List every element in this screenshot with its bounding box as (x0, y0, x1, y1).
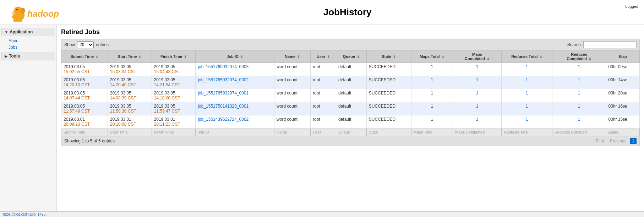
reduces-total-link[interactable]: 1 (526, 77, 528, 82)
pagination-bar: Showing 1 to 5 of 5 entries First Previo… (61, 136, 640, 146)
cell-name: word count (274, 89, 311, 102)
table-row: 2019.03.01 20:09:23 CST 2019.03.01 20:10… (61, 115, 640, 129)
maps-completed-link[interactable]: 1 (476, 64, 479, 69)
sidebar-item-jobs[interactable]: Jobs (7, 44, 56, 50)
table-row: 2019.03.05 15:02:55 CST 2019.03.05 15:03… (61, 63, 640, 76)
entries-select[interactable]: 20 10 50 100 (77, 41, 94, 48)
status-bar: https://blog.csdn.app_1420... (0, 211, 644, 217)
job-id-link[interactable]: job_1551765932074_0003 (198, 64, 249, 69)
cell-state: SUCCEEDED (366, 63, 411, 76)
sort-reducescompleted-icon: ⇕ (589, 57, 591, 61)
col-reduces-total[interactable]: Reduces Total ⇕ (501, 50, 552, 63)
cell-maps-completed: 1 (453, 63, 502, 76)
cell-finish-time: 2019.03.05 11:59:47 CST (152, 102, 196, 115)
cell-submit-time: 2019.03.05 14:20:10 CST (61, 76, 108, 89)
cell-name: word count (274, 76, 311, 89)
footer-col-user: User (311, 129, 336, 136)
cell-elapsed: 00hr 15se (606, 115, 640, 129)
pagination-previous[interactable]: Previous (608, 138, 629, 144)
table-row: 2019.03.05 11:57:49 CST 2019.03.05 11:58… (61, 102, 640, 115)
cell-reduces-total: 1 (501, 102, 552, 115)
job-id-link[interactable]: job_1551765932074_0002 (198, 77, 249, 82)
sidebar-tools-section[interactable]: ▶ Tools (1, 52, 55, 60)
col-finish-time[interactable]: Finish Time ⇕ (152, 50, 196, 63)
reduces-total-link[interactable]: 1 (526, 117, 528, 122)
cell-submit-time: 2019.03.01 20:09:23 CST (61, 115, 108, 129)
sort-start-icon: ⇕ (138, 55, 141, 59)
col-job-id[interactable]: Job ID ⇕ (196, 50, 274, 63)
cell-reduces-completed: 1 (552, 76, 606, 89)
cell-queue: default (336, 115, 367, 129)
cell-queue: default (336, 76, 367, 89)
col-submit-time[interactable]: Submit Time ⇕ (61, 50, 108, 63)
reduces-completed-link[interactable]: 1 (578, 64, 580, 69)
maps-completed-link[interactable]: 1 (476, 104, 479, 109)
main-layout: ▼ Application About Jobs ▶ Tools Retired… (0, 25, 644, 217)
svg-rect-6 (16, 20, 19, 22)
cell-reduces-total: 1 (501, 63, 552, 76)
sort-mapscompleted-icon: ⇕ (487, 57, 490, 61)
cell-reduces-completed: 1 (552, 89, 606, 102)
table-body: 2019.03.05 15:02:55 CST 2019.03.05 15:03… (61, 63, 640, 129)
col-name[interactable]: Name ⇕ (274, 50, 311, 63)
show-label: Show (64, 42, 75, 47)
footer-col-state: State (366, 129, 411, 136)
search-input[interactable] (583, 41, 637, 48)
sort-submit-icon: ⇕ (95, 55, 98, 59)
cell-name: word count (274, 63, 311, 76)
top-bar: hadoop JobHistory Logged (0, 0, 644, 25)
sort-mapstotal-icon: ⇕ (442, 55, 444, 59)
col-elapsed[interactable]: Elap (606, 50, 640, 63)
maps-completed-link[interactable]: 1 (476, 117, 479, 122)
reduces-completed-link[interactable]: 1 (578, 117, 580, 122)
job-id-link[interactable]: job_1551439522724_0002 (198, 117, 249, 122)
cell-elapsed: 00hr 09se (606, 63, 640, 76)
reduces-completed-link[interactable]: 1 (578, 104, 580, 109)
pagination-first[interactable]: First (594, 138, 606, 144)
pagination-current[interactable]: 1 (630, 138, 637, 144)
entries-label: entries (96, 42, 109, 47)
cell-finish-time: 2019.03.05 15:04:43 CST (152, 63, 196, 76)
footer-col-reducescompleted: Reduces Complete (552, 129, 606, 136)
jobs-table: Submit Time ⇕ Start Time ⇕ Finish Time ⇕… (61, 50, 640, 136)
reduces-total-link[interactable]: 1 (526, 104, 528, 109)
col-start-time[interactable]: Start Time ⇕ (108, 50, 152, 63)
col-maps-completed[interactable]: MapsCompleted ⇕ (453, 50, 502, 63)
col-state[interactable]: State ⇕ (366, 50, 411, 63)
sort-user-icon: ⇕ (327, 55, 330, 59)
cell-elapsed: 00hr 16se (606, 102, 640, 115)
pagination-nav: First Previous 1 (594, 138, 637, 144)
sidebar-item-about[interactable]: About (7, 38, 56, 44)
table-controls-top: Show 20 10 50 100 entries Search: (61, 39, 640, 50)
footer-col-start: Start Time (108, 129, 152, 136)
sort-finish-icon: ⇕ (184, 55, 187, 59)
show-entries: Show 20 10 50 100 entries (64, 41, 109, 48)
sort-state-icon: ⇕ (393, 55, 396, 59)
maps-completed-link[interactable]: 1 (476, 91, 479, 96)
sidebar-links: About Jobs (0, 37, 56, 51)
table-row: 2019.03.05 14:07:44 CST 2019.03.05 14:08… (61, 89, 640, 102)
job-id-link[interactable]: job_1551765932074_0001 (198, 91, 249, 96)
job-id-link[interactable]: job_1551758141320_0001 (198, 104, 249, 109)
col-user[interactable]: User ⇕ (311, 50, 336, 63)
col-maps-total[interactable]: Maps Total ⇕ (411, 50, 453, 63)
cell-user: root (311, 63, 336, 76)
hadoop-logo: hadoop (6, 2, 70, 22)
reduces-completed-link[interactable]: 1 (578, 91, 580, 96)
sidebar: ▼ Application About Jobs ▶ Tools (0, 25, 57, 217)
cell-elapsed: 00hr 14se (606, 76, 640, 89)
footer-col-mapstotal: Maps Total (411, 129, 453, 136)
sort-name-icon: ⇕ (297, 55, 300, 59)
cell-elapsed: 00hr 20se (606, 89, 640, 102)
cell-maps-completed: 1 (453, 89, 502, 102)
cell-maps-total: 1 (411, 76, 453, 89)
col-reduces-completed[interactable]: ReducesCompleted ⇕ (552, 50, 606, 63)
reduces-completed-link[interactable]: 1 (578, 77, 580, 82)
sidebar-application-section[interactable]: ▼ Application (1, 28, 55, 36)
maps-completed-link[interactable]: 1 (476, 77, 479, 82)
col-queue[interactable]: Queue ⇕ (336, 50, 367, 63)
reduces-total-link[interactable]: 1 (526, 91, 528, 96)
cell-maps-total: 1 (411, 115, 453, 129)
cell-submit-time: 2019.03.05 11:57:49 CST (61, 102, 108, 115)
reduces-total-link[interactable]: 1 (526, 64, 528, 69)
